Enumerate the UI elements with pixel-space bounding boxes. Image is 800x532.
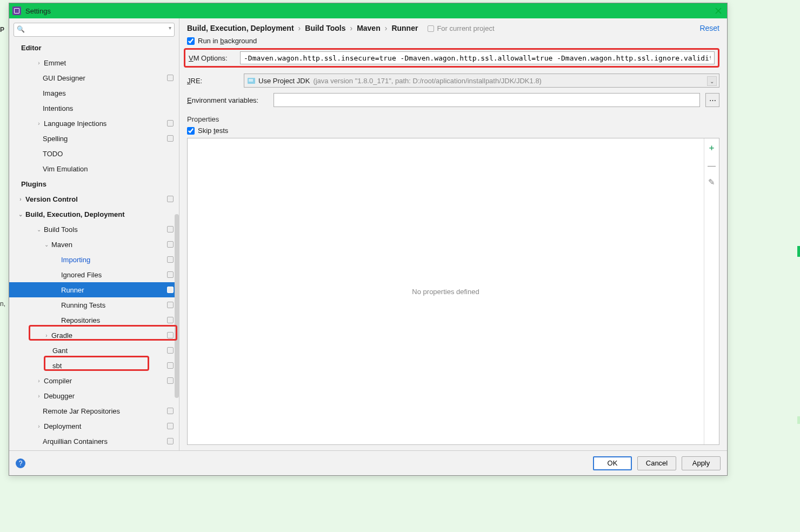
tree-item-build-tools[interactable]: ⌄Build Tools: [9, 222, 179, 237]
tree-item-gant[interactable]: Gant: [9, 343, 179, 358]
chevron-right-icon: ›: [35, 121, 43, 127]
crumb-build-tools[interactable]: Build Tools: [305, 24, 345, 32]
tree-item-deployment[interactable]: ›Deployment: [9, 418, 179, 434]
tree-item-gradle[interactable]: ›Gradle: [9, 328, 179, 343]
dialog-button-bar: ? OK Cancel Apply: [9, 450, 727, 475]
jre-label: JRE:: [187, 77, 238, 85]
tree-item-emmet[interactable]: ›Emmet: [9, 55, 179, 70]
env-variables-input[interactable]: [274, 93, 700, 107]
run-in-background-checkbox[interactable]: [187, 37, 195, 45]
properties-label: Properties: [187, 115, 719, 123]
folder-icon: [248, 78, 255, 84]
chevron-down-icon: ⌄: [35, 227, 43, 232]
project-scope-icon: [167, 226, 174, 232]
crumb-runner: Runner: [391, 24, 418, 32]
close-icon[interactable]: [713, 5, 724, 16]
add-icon[interactable]: ＋: [708, 143, 716, 153]
tree-category-plugins[interactable]: Plugins: [9, 176, 179, 191]
chevron-right-icon: ›: [35, 423, 43, 429]
background-decor: [797, 246, 800, 257]
skip-tests-checkbox[interactable]: [187, 127, 195, 135]
tree-category-vcs[interactable]: ›Version Control: [9, 191, 179, 207]
vm-options-label: VM Options:: [189, 54, 235, 62]
chevron-right-icon: ›: [43, 332, 50, 338]
scrollbar[interactable]: [175, 214, 179, 398]
tree-item-intentions[interactable]: Intentions: [9, 101, 179, 116]
run-in-background-label: Run in background: [198, 37, 257, 45]
chevron-down-icon[interactable]: ⌄: [707, 76, 717, 86]
help-icon[interactable]: ?: [16, 458, 25, 468]
jre-select[interactable]: Use Project JDK (java version "1.8.0_171…: [244, 74, 719, 88]
settings-dialog: Settings 🔍 ▾ Editor ›Emmet GUI Des: [9, 3, 728, 476]
search-input[interactable]: [14, 23, 175, 37]
apply-button[interactable]: Apply: [682, 456, 721, 470]
tree-item-repositories[interactable]: Repositories: [9, 312, 179, 328]
vm-options-row: VM Options:: [184, 48, 719, 68]
background-letter: n,: [0, 300, 5, 308]
project-scope-icon: [167, 75, 174, 81]
project-scope-icon: [167, 423, 174, 429]
tree-item-images[interactable]: Images: [9, 85, 179, 101]
background-letter: P: [0, 26, 4, 34]
chevron-right-icon: ›: [17, 196, 24, 202]
chevron-right-icon: ›: [385, 24, 388, 32]
properties-toolbar: ＋ — ✎: [704, 138, 719, 444]
tree-item-debugger[interactable]: ›Debugger: [9, 388, 179, 403]
project-scope-icon: [167, 271, 174, 278]
tree-item-importing[interactable]: Importing: [9, 252, 179, 267]
project-scope-icon: [167, 362, 174, 369]
edit-icon[interactable]: ✎: [708, 177, 715, 187]
project-scope-icon: [167, 135, 174, 142]
chevron-down-icon: ⌄: [43, 242, 50, 248]
tree-item-running-tests[interactable]: Running Tests: [9, 297, 179, 312]
chevron-right-icon: ›: [35, 60, 43, 66]
project-scope-icon: [167, 287, 174, 293]
project-scope-icon: [167, 120, 174, 127]
scope-label: For current project: [428, 24, 494, 32]
tree-item-todo[interactable]: TODO: [9, 146, 179, 161]
titlebar[interactable]: Settings: [9, 3, 727, 18]
tree-category-bed[interactable]: ⌄Build, Execution, Deployment: [9, 207, 179, 222]
chevron-down-icon[interactable]: ▾: [169, 25, 171, 31]
project-scope-icon: [428, 25, 434, 32]
properties-panel: No properties defined ＋ — ✎: [187, 138, 719, 445]
remove-icon[interactable]: —: [708, 161, 716, 170]
project-scope-icon: [167, 408, 174, 414]
intellij-icon: [12, 6, 21, 15]
project-scope-icon: [167, 196, 174, 202]
project-scope-icon: [167, 377, 174, 384]
chevron-right-icon: ›: [350, 24, 352, 32]
tree-item-vim[interactable]: Vim Emulation: [9, 161, 179, 176]
crumb-maven[interactable]: Maven: [357, 24, 381, 32]
settings-tree: Editor ›Emmet GUI Designer Images Intent…: [9, 40, 179, 450]
properties-empty: No properties defined: [188, 138, 704, 444]
chevron-right-icon: ›: [35, 378, 43, 384]
project-scope-icon: [167, 332, 174, 338]
tree-item-compiler[interactable]: ›Compiler: [9, 373, 179, 388]
vm-options-input[interactable]: [240, 51, 715, 64]
ok-button[interactable]: OK: [593, 456, 632, 470]
chevron-down-icon: ⌄: [17, 211, 24, 217]
chevron-right-icon: ›: [298, 24, 301, 32]
tree-item-maven[interactable]: ⌄Maven: [9, 237, 179, 252]
tree-item-runner[interactable]: Runner: [9, 282, 179, 297]
crumb-bed[interactable]: Build, Execution, Deployment: [187, 24, 294, 32]
env-browse-button[interactable]: ⋯: [705, 93, 719, 107]
tree-item-remote-jar[interactable]: Remote Jar Repositories: [9, 403, 179, 418]
tree-item-language-injections[interactable]: ›Language Injections: [9, 116, 179, 131]
project-scope-icon: [167, 438, 174, 444]
tree-item-arquillian[interactable]: Arquillian Containers: [9, 434, 179, 449]
tree-item-ignored-files[interactable]: Ignored Files: [9, 267, 179, 282]
tree-item-sbt[interactable]: sbt: [9, 358, 179, 373]
tree-category-editor[interactable]: Editor: [9, 40, 179, 55]
tree-item-gui-designer[interactable]: GUI Designer: [9, 70, 179, 85]
background-decor: [797, 416, 800, 424]
window-title: Settings: [25, 7, 51, 15]
project-scope-icon: [167, 302, 174, 308]
project-scope-icon: [167, 256, 174, 263]
cancel-button[interactable]: Cancel: [637, 456, 676, 470]
project-scope-icon: [167, 347, 174, 354]
search-wrap: 🔍 ▾: [14, 23, 175, 37]
reset-button[interactable]: Reset: [699, 24, 719, 32]
tree-item-spelling[interactable]: Spelling: [9, 131, 179, 146]
